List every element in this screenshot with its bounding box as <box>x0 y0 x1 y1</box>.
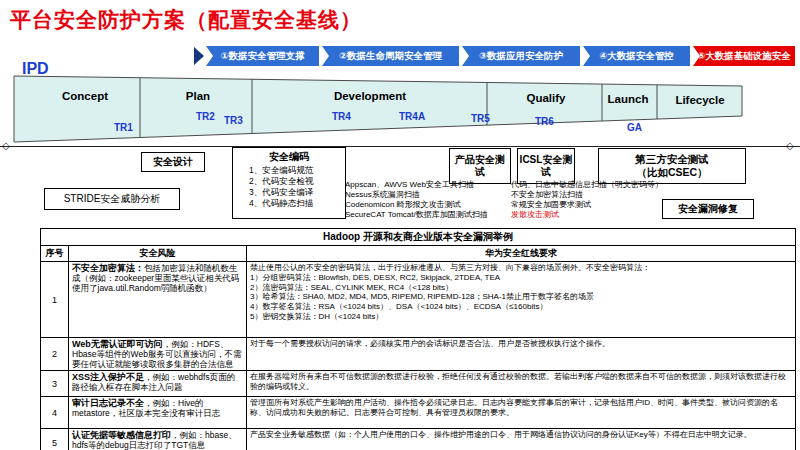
secure-coding-box: 安全编码 1、安全编码规范 2、代码安全检视 3、代码安全编译 4、代码静态扫描 <box>232 147 346 219</box>
milestone-tr1: TR1 <box>114 122 133 133</box>
row-num: 1 <box>41 262 69 338</box>
requirement-cell: 禁止使用公认的不安全的密码算法，出于行业标准遵从、与第三方对接、向下兼容的场景例… <box>247 262 796 338</box>
milestone-tr2: TR2 <box>196 111 215 122</box>
product-security-test-box: 产品安全测试 <box>449 148 511 184</box>
sensitive-scan-item: 不安全加密算法扫描 <box>511 190 671 200</box>
tool-scan-item: Appscan、AWVS Web安全工具扫描 <box>345 180 515 190</box>
phase-plan: Plan <box>148 90 248 102</box>
vuln-fix-box: 安全漏洞修复 <box>662 199 754 219</box>
slide: 平台安全防护方案（配置安全基线） ①数据安全管理支撑 ②数据生命周期安全管理 ③… <box>0 0 800 450</box>
phase-development: Development <box>260 90 480 102</box>
requirement-cell: 在服务器端对所有来自不可信数据源的数据进行校验，拒绝任何没有通过校验的数据。若输… <box>247 371 796 397</box>
icsl-security-test-box: ICSL安全测试 <box>517 148 575 184</box>
table-row: 5 认证凭据等敏感信息打印，例如：hbase、hdfs等的debug日志打印了T… <box>41 429 796 450</box>
milestone-ga: GA <box>627 122 642 133</box>
phase-lifecycle: Lifecycle <box>658 94 742 106</box>
requirement-cell: 对于每一个需要授权访问的请求，必须核实用户的会话标识是否合法、用户是否被授权执行… <box>247 338 796 371</box>
secure-coding-item: 2、代码安全检视 <box>233 176 345 187</box>
milestone-tr4a: TR4A <box>399 111 425 122</box>
sensitive-scan-highlight: 发散攻击测试 <box>511 210 671 220</box>
milestone-tr5: TR5 <box>471 113 490 124</box>
ipd-funnel-shape <box>8 70 748 148</box>
secure-coding-title: 安全编码 <box>233 150 345 164</box>
row-num: 2 <box>41 338 69 371</box>
risk-cell: 认证凭据等敏感信息打印，例如：hbase、hdfs等的debug日志打印了TGT… <box>69 429 247 450</box>
timeline-axis <box>0 146 800 147</box>
phase-concept: Concept <box>30 90 140 102</box>
row-num: 5 <box>41 429 69 450</box>
table-title: Hadoop 开源和友商企业版本安全漏洞举例 <box>41 229 796 246</box>
tool-scan-item: Nessus系统漏洞扫描 <box>345 190 515 200</box>
requirement-cell: 产品安全业务敏感数据（如：个人用户使用的口令、操作维护用途的口令、用于网络通信协… <box>247 429 796 450</box>
risk-cell: 不安全加密算法：包括加密算法和随机数生成（例如：zookeeper里面某些认证相… <box>69 262 247 338</box>
secure-coding-item: 4、代码静态扫描 <box>233 198 345 209</box>
tool-scan-item: Codenomicon 畸形报文攻击测试 <box>345 200 515 210</box>
capability-badge-1: ①数据安全管理支撑 <box>206 46 319 66</box>
risk-term: Web无需认证即可访问 <box>72 339 163 349</box>
security-design-box: 安全设计 <box>141 152 205 172</box>
diamond-marker-icon: ◇ <box>786 140 794 151</box>
capability-badge-4: ④大数据安全管控 <box>583 46 690 66</box>
col-header-risk: 安全风险 <box>69 246 247 262</box>
capability-badge-3: ③数据应用安全防护 <box>462 46 580 66</box>
row-num: 4 <box>41 397 69 429</box>
capability-badge-5-highlight: ⑤大数据基础设施安全 <box>693 46 795 66</box>
badge-lead-arrow-icon <box>194 47 204 65</box>
sensitive-scan-list: 代码、日志中敏感信息扫描（明文密码等） 不安全加密算法扫描 常规安全加固要求测试… <box>511 180 671 220</box>
row-num: 3 <box>41 371 69 397</box>
table-title-row: Hadoop 开源和友商企业版本安全漏洞举例 <box>41 229 796 246</box>
risk-cell: 审计日志记录不全，例如：Hive的metastore，社区版本完全没有审计日志 <box>69 397 247 429</box>
vulnerability-table: Hadoop 开源和友商企业版本安全漏洞举例 序号 安全风险 华为安全红线要求 … <box>40 228 796 450</box>
risk-cell: XSS注入保护不足，例如：webhdfs页面的路径输入框存在脚本注入问题 <box>69 371 247 397</box>
col-header-num: 序号 <box>41 246 69 262</box>
third-party-test-box: 第三方安全测试 （比如CSEC） <box>598 148 746 184</box>
phase-launch: Launch <box>600 93 656 105</box>
table-row: 3 XSS注入保护不足，例如：webhdfs页面的路径输入框存在脚本注入问题 在… <box>41 371 796 397</box>
risk-term: 认证凭据等敏感信息打印 <box>72 430 171 440</box>
sensitive-scan-item: 代码、日志中敏感信息扫描（明文密码等） <box>511 180 671 190</box>
milestone-tr4: TR4 <box>332 111 351 122</box>
col-header-req: 华为安全红线要求 <box>247 246 796 262</box>
milestone-tr3: TR3 <box>224 115 243 126</box>
capability-badge-2: ②数据生命周期安全管理 <box>322 46 459 66</box>
table-header-row: 序号 安全风险 华为安全红线要求 <box>41 246 796 262</box>
milestone-tr6: TR6 <box>535 116 554 127</box>
phase-qualify: Qualify <box>494 92 598 104</box>
risk-term: XSS注入保护不足 <box>72 372 144 382</box>
stride-analysis-box: STRIDE安全威胁分析 <box>44 188 180 210</box>
table-row: 1 不安全加密算法：包括加密算法和随机数生成（例如：zookeeper里面某些认… <box>41 262 796 338</box>
sensitive-scan-item: 常规安全加固要求测试 <box>511 200 671 210</box>
tool-scan-list: Appscan、AWVS Web安全工具扫描 Nessus系统漏洞扫描 Code… <box>345 180 515 220</box>
secure-coding-item: 3、代码安全编译 <box>233 187 345 198</box>
requirement-cell: 管理面所有对系统产生影响的用户活动、操作指令必须记录日志。日志内容要能支撑事后的… <box>247 397 796 429</box>
diamond-marker-icon: ◇ <box>2 140 10 151</box>
tool-scan-item: SecureCAT Tomcat/数据库加固测试扫描 <box>345 210 515 220</box>
risk-term: 不安全加密算法： <box>72 263 144 273</box>
secure-coding-item: 1、安全编码规范 <box>233 165 345 176</box>
table-row: 2 Web无需认证即可访问，例如：HDFS、Hbase等组件的Web服务可以直接… <box>41 338 796 371</box>
table-row: 4 审计日志记录不全，例如：Hive的metastore，社区版本完全没有审计日… <box>41 397 796 429</box>
risk-term: 审计日志记录不全 <box>72 398 144 408</box>
page-title: 平台安全防护方案（配置安全基线） <box>10 6 362 34</box>
risk-cell: Web无需认证即可访问，例如：HDFS、Hbase等组件的Web服务可以直接访问… <box>69 338 247 371</box>
